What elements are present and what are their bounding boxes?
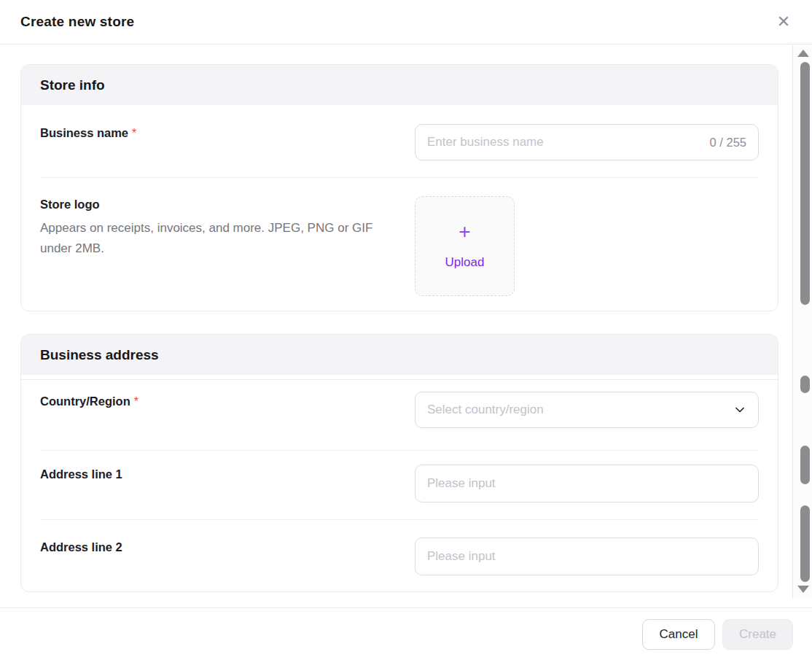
plus-icon: +	[458, 222, 470, 241]
close-icon[interactable]: ✕	[774, 12, 793, 31]
sticky-header-shadow	[21, 375, 778, 380]
address-line-1-row: Address line 1	[21, 451, 778, 519]
country-region-placeholder: Select country/region	[427, 403, 544, 417]
business-name-input[interactable]	[427, 135, 701, 150]
store-logo-row: Store logo Appears on receipts, invoices…	[21, 178, 778, 311]
business-name-required-asterisk: *	[132, 127, 136, 140]
upload-label: Upload	[445, 255, 485, 270]
scrollbar-thumb-segment[interactable]	[800, 446, 810, 484]
country-region-select[interactable]: Select country/region	[415, 392, 759, 428]
address-line-2-input[interactable]	[427, 549, 746, 564]
store-logo-description: Appears on receipts, invoices, and more.…	[40, 218, 377, 259]
business-name-label: Business name	[40, 126, 128, 140]
address-line-1-input-box	[415, 465, 759, 502]
scrollbar-thumb-segment[interactable]	[800, 505, 810, 582]
scrollbar-arrow-down-icon[interactable]	[797, 586, 809, 593]
logo-upload-dropzone[interactable]: + Upload	[415, 196, 515, 296]
business-address-title: Business address	[40, 347, 159, 363]
business-name-input-box: 0 / 255	[415, 124, 759, 160]
business-name-row: Business name * 0 / 255	[21, 105, 778, 177]
modal-title: Create new store	[20, 14, 134, 30]
create-button[interactable]: Create	[722, 619, 793, 650]
scrollbar-thumb[interactable]	[800, 62, 810, 305]
business-address-card: Business address Country/Region * Select…	[20, 334, 778, 592]
store-logo-label: Store logo	[40, 198, 100, 211]
country-region-required-asterisk: *	[134, 395, 138, 408]
store-info-card: Store info Business name * 0 / 255	[20, 64, 778, 311]
address-line-2-input-box	[415, 537, 759, 575]
modal-header: Create new store ✕	[0, 0, 812, 44]
create-store-modal: Create new store ✕ Store info Business n…	[0, 0, 812, 660]
scrollbar-thumb-segment[interactable]	[800, 376, 810, 393]
scrollbar-arrow-up-icon[interactable]	[797, 50, 809, 57]
cancel-button[interactable]: Cancel	[642, 619, 715, 650]
modal-body: Store info Business name * 0 / 255	[0, 45, 792, 598]
address-line-2-row: Address line 2	[21, 520, 778, 591]
address-line-1-label: Address line 1	[40, 467, 122, 481]
store-info-header: Store info	[21, 65, 778, 105]
modal-footer: Cancel Create	[0, 607, 812, 660]
address-line-1-input[interactable]	[427, 476, 746, 491]
store-info-title: Store info	[40, 77, 105, 93]
business-address-header: Business address	[21, 335, 778, 375]
chevron-down-icon	[734, 404, 746, 416]
vertical-scrollbar	[792, 45, 812, 598]
country-region-label: Country/Region	[40, 395, 130, 408]
business-name-char-counter: 0 / 255	[710, 136, 746, 150]
address-line-2-label: Address line 2	[40, 540, 122, 554]
country-region-row: Country/Region * Select country/region	[21, 380, 778, 450]
